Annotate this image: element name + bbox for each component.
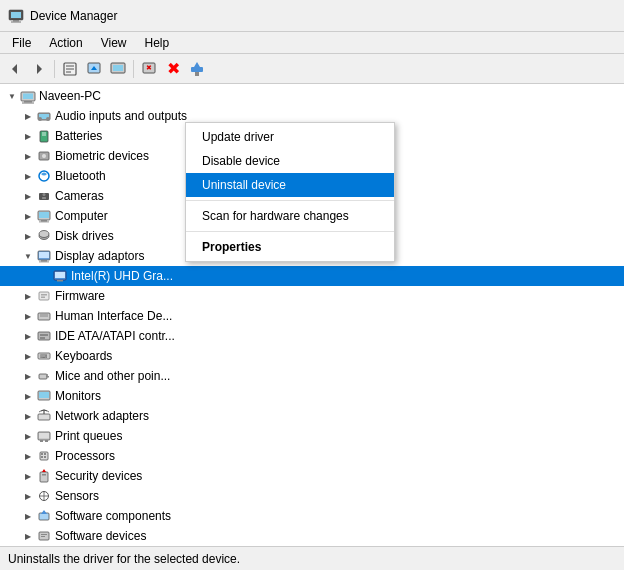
status-text: Uninstalls the driver for the selected d… <box>8 552 240 566</box>
svg-text:⌨: ⌨ <box>40 353 47 359</box>
svg-rect-22 <box>22 103 34 104</box>
list-item[interactable]: ▶ Human Interface De... <box>0 306 624 326</box>
svg-rect-38 <box>41 220 47 222</box>
svg-rect-64 <box>39 392 49 398</box>
tree-root[interactable]: ▼ Naveen-PC <box>0 86 624 106</box>
svg-rect-48 <box>57 280 63 282</box>
app-icon <box>8 8 24 24</box>
main-area: ▼ Naveen-PC ▶ Audio inputs and outputs ▶ <box>0 84 624 546</box>
menu-view[interactable]: View <box>93 34 135 52</box>
svg-marker-81 <box>41 510 47 514</box>
svg-marker-4 <box>12 64 17 74</box>
properties-button[interactable] <box>59 58 81 80</box>
menu-bar: File Action View Help <box>0 32 624 54</box>
svg-rect-71 <box>41 453 43 455</box>
svg-rect-72 <box>44 453 46 455</box>
svg-rect-20 <box>23 94 33 100</box>
svg-rect-69 <box>45 440 48 442</box>
toolbar-sep-2 <box>133 60 134 78</box>
forward-button[interactable] <box>28 58 50 80</box>
list-item[interactable]: ▶ Monitors <box>0 386 624 406</box>
svg-rect-83 <box>41 534 47 535</box>
list-item[interactable]: ▶ Mice and other poin... <box>0 366 624 386</box>
svg-rect-37 <box>39 212 49 218</box>
ctx-separator-1 <box>186 200 394 201</box>
svg-rect-74 <box>44 456 46 458</box>
list-item[interactable]: ▶ Print queues <box>0 426 624 446</box>
svg-rect-68 <box>40 440 43 442</box>
svg-rect-45 <box>39 262 49 263</box>
scan-button[interactable] <box>107 58 129 80</box>
ctx-uninstall-device[interactable]: Uninstall device <box>186 173 394 197</box>
svg-rect-3 <box>11 21 21 22</box>
svg-point-25 <box>46 117 50 121</box>
svg-rect-51 <box>41 297 45 299</box>
list-item[interactable]: ▶ Sensors <box>0 486 624 506</box>
svg-rect-21 <box>24 101 32 103</box>
svg-rect-13 <box>113 65 123 71</box>
svg-rect-56 <box>40 337 45 339</box>
menu-action[interactable]: Action <box>41 34 90 52</box>
svg-rect-44 <box>41 260 47 262</box>
list-item[interactable]: ▶ Firmware <box>0 286 624 306</box>
svg-point-26 <box>38 117 42 121</box>
svg-marker-5 <box>37 64 42 74</box>
list-item[interactable]: ▶ Network adapters <box>0 406 624 426</box>
intel-uhd-item[interactable]: Intel(R) UHD Gra... <box>0 266 624 286</box>
svg-rect-47 <box>55 272 65 278</box>
svg-rect-84 <box>41 536 45 537</box>
root-expand-arrow: ▼ <box>4 88 20 104</box>
uninstall-button[interactable]: ✖ <box>138 58 160 80</box>
ctx-update-driver[interactable]: Update driver <box>186 125 394 149</box>
svg-point-31 <box>42 154 47 159</box>
update-driver-button[interactable] <box>83 58 105 80</box>
svg-rect-53 <box>40 314 48 317</box>
root-label: Naveen-PC <box>39 89 101 103</box>
svg-rect-65 <box>38 414 50 420</box>
ctx-properties[interactable]: Properties <box>186 235 394 259</box>
svg-point-61 <box>46 374 48 376</box>
svg-rect-60 <box>39 374 47 379</box>
svg-text:✖: ✖ <box>146 64 152 71</box>
list-item[interactable]: ▶ Security devices <box>0 466 624 486</box>
svg-point-41 <box>39 231 49 238</box>
list-item[interactable]: ▶ ⌨ Keyboards <box>0 346 624 366</box>
svg-rect-16 <box>191 67 203 72</box>
svg-rect-39 <box>39 222 49 223</box>
root-icon <box>20 88 36 104</box>
svg-rect-62 <box>46 376 49 378</box>
list-item[interactable]: ▶ Processors <box>0 446 624 466</box>
status-bar: Uninstalls the driver for the selected d… <box>0 546 624 570</box>
ctx-separator-2 <box>186 231 394 232</box>
svg-marker-17 <box>194 62 200 67</box>
menu-file[interactable]: File <box>4 34 39 52</box>
window-title: Device Manager <box>30 9 117 23</box>
svg-rect-80 <box>39 513 49 520</box>
list-item[interactable]: ▶ Software devices <box>0 526 624 546</box>
svg-rect-67 <box>39 433 49 438</box>
svg-rect-75 <box>40 472 48 482</box>
svg-rect-55 <box>40 334 48 336</box>
title-bar: Device Manager <box>0 0 624 32</box>
svg-rect-50 <box>41 294 47 296</box>
list-item[interactable]: ▶ Software components <box>0 506 624 526</box>
disable-button[interactable]: ✖ <box>162 58 184 80</box>
svg-rect-18 <box>195 72 199 76</box>
ctx-scan-hardware[interactable]: Scan for hardware changes <box>186 204 394 228</box>
svg-rect-73 <box>41 456 43 458</box>
svg-rect-1 <box>11 12 21 18</box>
svg-rect-35 <box>42 197 46 199</box>
toolbar-sep-1 <box>54 60 55 78</box>
svg-rect-76 <box>42 474 46 476</box>
list-item[interactable]: ▶ IDE ATA/ATAPI contr... <box>0 326 624 346</box>
svg-rect-43 <box>39 252 49 258</box>
svg-rect-2 <box>13 20 19 22</box>
add-hardware-button[interactable] <box>186 58 208 80</box>
svg-rect-49 <box>39 292 49 300</box>
back-button[interactable] <box>4 58 26 80</box>
svg-point-34 <box>43 193 46 196</box>
context-menu: Update driver Disable device Uninstall d… <box>185 122 395 262</box>
toolbar: ✖ ✖ <box>0 54 624 84</box>
ctx-disable-device[interactable]: Disable device <box>186 149 394 173</box>
menu-help[interactable]: Help <box>137 34 178 52</box>
